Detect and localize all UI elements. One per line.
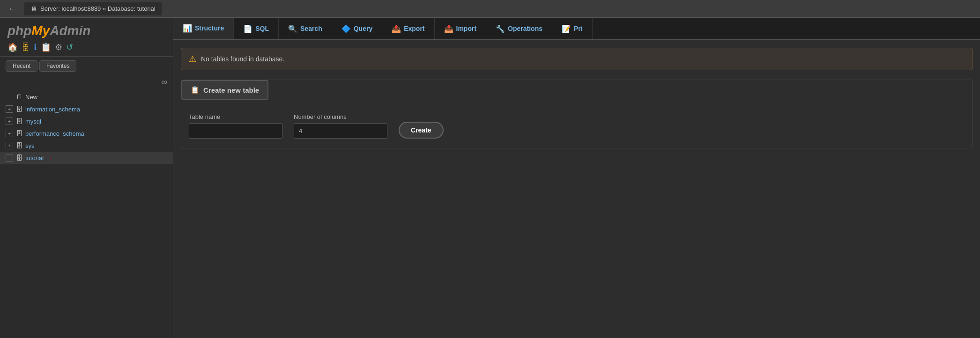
divider [181,158,973,158]
create-new-table-button[interactable]: 📋 Create new table [181,80,268,100]
tree-label-sys: sys [25,142,35,149]
import-icon: 📥 [444,24,453,33]
tab-operations-label: Operations [508,25,542,32]
expand-performance-schema[interactable]: + [6,130,13,137]
create-table-form: Table name Number of columns Create [181,100,972,148]
create-table-icon: 📋 [191,86,200,94]
browser-bar: ← 🖥 Server: localhost:8889 » Database: t… [0,0,980,18]
back-button[interactable]: ← [5,3,20,15]
logo-area: phpMyAdmin 🏠 🗄 ℹ 📋 ⚙ ↺ [0,18,173,57]
tree-label-information-schema: information_schema [25,106,80,113]
tab-export[interactable]: 📤 Export [382,18,434,39]
tree-item-information-schema[interactable]: + 🗄 information_schema [0,103,173,115]
tree-label-tutorial: tutorial [25,154,44,162]
tab-operations[interactable]: 🔧 Operations [486,18,552,39]
tree-label-mysql: mysql [25,118,41,125]
logo-my: My [31,23,50,38]
form-row: Table name Number of columns Create [189,113,965,139]
db-tree: 🗒 New + 🗄 information_schema + 🗄 mysql +… [0,89,173,338]
expand-information-schema[interactable]: + [6,105,13,113]
db-icon-mysql: 🗄 [16,118,22,125]
create-button[interactable]: Create [399,122,444,139]
tree-label-performance-schema: performance_schema [25,130,84,137]
tab-title: Server: localhost:8889 » Database: tutor… [40,5,156,12]
logo: phpMyAdmin [7,23,165,38]
tab-bar: 📊 Structure 📄 SQL 🔍 Search 🔷 Query 📤 Exp… [173,18,980,40]
columns-input[interactable] [294,123,387,139]
tab-import-label: Import [456,25,477,32]
tree-item-mysql[interactable]: + 🗄 mysql [0,115,173,127]
content-area: 📊 Structure 📄 SQL 🔍 Search 🔷 Query 📤 Exp… [173,18,980,338]
recent-tab[interactable]: Recent [6,60,37,72]
tab-icon: 🖥 [31,5,37,13]
warning-icon: ⚠ [189,54,196,64]
sidebar-icons: 🏠 🗄 ℹ 📋 ⚙ ↺ [7,42,165,52]
favorites-tab[interactable]: Favorites [39,60,76,72]
tab-sql[interactable]: 📄 SQL [234,18,279,39]
refresh-icon[interactable]: ↺ [66,42,73,52]
tree-label-new: New [25,94,37,101]
tab-import[interactable]: 📥 Import [435,18,487,39]
tree-item-tutorial[interactable]: − 🗄 tutorial ← [0,152,173,164]
db-icon-performance-schema: 🗄 [16,130,22,137]
tab-pri[interactable]: 📝 Pri [552,18,593,39]
tab-sql-label: SQL [255,25,269,32]
db-icon-new: 🗒 [16,93,22,101]
panel-header: 📋 Create new table [181,80,972,100]
tab-structure[interactable]: 📊 Structure [173,18,234,39]
logo-admin: Admin [50,23,90,38]
browser-tab[interactable]: 🖥 Server: localhost:8889 » Database: tut… [24,2,162,15]
tab-search-label: Search [300,25,322,32]
sidebar: phpMyAdmin 🏠 🗄 ℹ 📋 ⚙ ↺ Recent Favorites … [0,18,173,338]
logo-php: php [7,23,31,38]
columns-label: Number of columns [294,113,387,120]
export-icon: 📤 [392,24,401,33]
columns-group: Number of columns [294,113,387,139]
table-name-label: Table name [189,113,282,120]
create-table-label: Create new table [203,86,259,94]
table-name-group: Table name [189,113,282,139]
table-name-input[interactable] [189,123,282,139]
search-icon: 🔍 [288,24,297,33]
tree-item-sys[interactable]: + 🗄 sys [0,140,173,152]
structure-icon: 📊 [183,24,192,33]
create-table-panel: 📋 Create new table Table name Number of … [181,80,973,148]
tab-export-label: Export [404,25,424,32]
db-icon-information-schema: 🗄 [16,105,22,113]
expand-sys[interactable]: + [6,142,13,149]
home-icon[interactable]: 🏠 [7,42,18,52]
copy-icon[interactable]: 📋 [41,42,51,52]
expand-tutorial[interactable]: − [6,154,13,162]
alert-message: No tables found in database. [201,55,284,63]
main-layout: phpMyAdmin 🏠 🗄 ℹ 📋 ⚙ ↺ Recent Favorites … [0,18,980,338]
tree-item-performance-schema[interactable]: + 🗄 performance_schema [0,127,173,140]
tab-search[interactable]: 🔍 Search [279,18,332,39]
alert-bar: ⚠ No tables found in database. [181,48,973,70]
sidebar-tabs: Recent Favorites [0,57,173,75]
tab-pri-label: Pri [574,25,583,32]
database-icon[interactable]: 🗄 [22,43,30,52]
gear-icon[interactable]: ⚙ [55,42,62,52]
expand-mysql[interactable]: + [6,118,13,125]
active-arrow: ← [48,154,55,162]
db-icon-tutorial: 🗄 [16,154,22,162]
tab-query-label: Query [354,25,372,32]
tree-item-new[interactable]: 🗒 New [0,91,173,103]
info-icon[interactable]: ℹ [34,42,37,52]
collapse-toggle[interactable]: ∞ [0,75,173,89]
sql-icon: 📄 [243,24,252,33]
tab-query[interactable]: 🔷 Query [332,18,382,39]
db-icon-sys: 🗄 [16,142,22,149]
operations-icon: 🔧 [496,24,505,33]
tab-structure-label: Structure [195,24,224,32]
pri-icon: 📝 [562,24,571,33]
query-icon: 🔷 [342,24,351,33]
main-content: ⚠ No tables found in database. 📋 Create … [173,40,980,338]
